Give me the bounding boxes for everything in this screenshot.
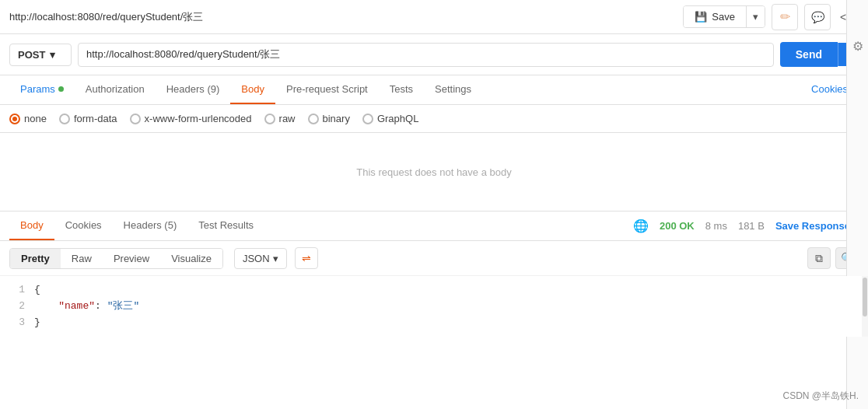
tab-headers-label: Headers (9) [166,83,220,95]
pencil-button[interactable]: ✏ [772,4,798,30]
resp-tab-body[interactable]: Body [9,211,54,240]
format-preview[interactable]: Preview [103,249,160,268]
radio-form-data-circle [59,114,70,124]
tab-params[interactable]: Params [9,75,75,104]
radio-graphql[interactable]: GraphQL [362,113,418,124]
radio-raw-label: raw [279,113,296,124]
copy-button[interactable]: ⧉ [807,247,831,269]
format-tabs: Pretty Raw Preview Visualize [9,248,223,269]
json-chevron-icon: ▾ [273,253,278,264]
save-label: Save [712,11,735,23]
resp-tab-headers[interactable]: Headers (5) [113,211,188,240]
radio-urlencoded-label: x-www-form-urlencoded [145,113,252,124]
radio-raw-circle [264,114,275,124]
radio-none-label: none [24,113,47,124]
save-chevron-button[interactable]: ▾ [746,6,765,27]
response-tabs-row: Body Cookies Headers (5) Test Results 🌐 … [0,211,868,241]
tab-cookies-label: Cookies [811,83,848,95]
format-pretty[interactable]: Pretty [10,249,61,268]
code-area: 1 { 2 "name": "张三" 3 } [0,276,868,337]
tab-headers[interactable]: Headers (9) [156,75,231,104]
body-type-row: none form-data x-www-form-urlencoded raw… [0,105,868,133]
json-select[interactable]: JSON ▾ [234,248,287,269]
top-bar-url: http://localhost:8080/red/queryStudent/张… [9,10,203,24]
top-bar: http://localhost:8080/red/queryStudent/张… [0,0,868,34]
method-label: POST [18,49,45,61]
resp-tab-headers-label: Headers (5) [124,219,177,231]
resp-tab-body-label: Body [20,219,44,231]
settings-side-icon[interactable]: ⚙ [852,39,863,54]
radio-form-data[interactable]: form-data [59,113,117,124]
format-raw[interactable]: Raw [61,249,103,268]
json-key-name: "name" [58,300,95,312]
json-value-name: "张三" [107,300,140,312]
tab-settings[interactable]: Settings [424,75,482,104]
resp-tab-test-results[interactable]: Test Results [187,211,264,240]
method-select[interactable]: POST ▾ [9,44,72,66]
code-line-3: 3 } [9,315,859,331]
save-response-label: Save Response [775,220,850,232]
tab-pre-request-label: Pre-request Script [286,83,368,95]
json-label: JSON [243,253,270,264]
radio-urlencoded[interactable]: x-www-form-urlencoded [130,113,252,124]
body-empty-text: This request does not have a body [356,166,511,178]
radio-binary-label: binary [323,113,350,124]
radio-form-data-label: form-data [74,113,117,124]
code-line-2: 2 "name": "张三" [9,299,859,315]
wrap-icon: ⇌ [302,252,311,264]
radio-none-circle [9,114,20,124]
save-btn-group: 💾 Save ▾ [683,5,765,28]
radio-urlencoded-circle [130,114,141,124]
resp-tab-cookies-label: Cookies [65,219,102,231]
line-num-1: 1 [9,282,25,299]
line-num-2: 2 [9,299,25,315]
code-line-1: 1 { [9,282,859,299]
format-visualize[interactable]: Visualize [160,249,222,268]
line-num-3: 3 [9,315,25,331]
json-separator: : [95,300,107,312]
code-content-3: } [34,315,40,331]
code-content-2: "name": "张三" [34,299,139,315]
resp-status-area: 🌐 200 OK 8 ms 181 B Save Response ▾ [633,218,859,233]
resp-tab-cookies[interactable]: Cookies [54,211,113,240]
comment-button[interactable]: 💬 [804,4,831,30]
tab-tests-label: Tests [390,83,413,95]
status-code: 200 OK [660,220,695,232]
params-dot [58,86,64,92]
radio-raw[interactable]: raw [264,113,296,124]
wrap-icon-button[interactable]: ⇌ [295,247,318,269]
tab-authorization[interactable]: Authorization [75,75,156,104]
comment-icon: 💬 [811,11,824,23]
resp-tab-test-results-label: Test Results [198,219,254,231]
radio-graphql-circle [362,114,373,124]
response-section: Body Cookies Headers (5) Test Results 🌐 … [0,211,868,337]
radio-binary-circle [308,114,319,124]
tab-tests[interactable]: Tests [379,75,424,104]
scrollbar-thumb [863,278,867,316]
pencil-icon: ✏ [780,9,790,24]
code-content-1: { [34,282,40,299]
url-input[interactable] [78,43,774,67]
radio-binary[interactable]: binary [308,113,350,124]
tab-pre-request[interactable]: Pre-request Script [275,75,379,104]
tab-body-label: Body [241,83,264,95]
radio-none[interactable]: none [9,113,47,124]
save-disk-icon: 💾 [695,11,707,23]
save-button[interactable]: 💾 Save [684,6,746,27]
body-empty-area: This request does not have a body [0,133,868,211]
globe-icon: 🌐 [633,218,649,233]
tab-params-label: Params [20,83,55,95]
radio-graphql-label: GraphQL [377,113,418,124]
tab-settings-label: Settings [435,83,471,95]
response-time: 8 ms [705,220,727,232]
method-chevron-icon: ▾ [50,49,55,61]
request-tabs-row: Params Authorization Headers (9) Body Pr… [0,75,868,105]
top-bar-actions: 💾 Save ▾ ✏ 💬 </> [683,4,859,30]
request-bar: POST ▾ Send ▾ [0,34,868,75]
tab-body[interactable]: Body [230,75,275,104]
scrollbar[interactable] [862,276,868,337]
send-button[interactable]: Send [780,42,838,67]
copy-icon: ⧉ [815,252,823,265]
response-size: 181 B [738,220,765,232]
resp-format-row: Pretty Raw Preview Visualize JSON ▾ ⇌ ⧉ … [0,241,868,276]
